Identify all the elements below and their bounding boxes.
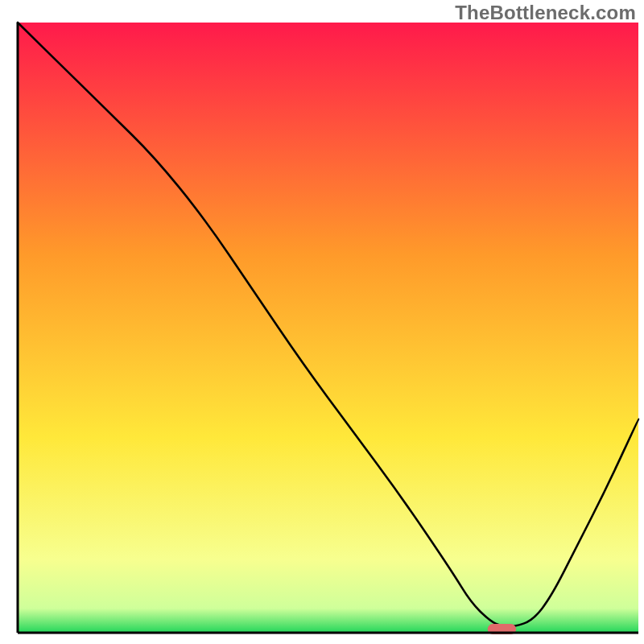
bottleneck-chart (0, 0, 644, 644)
chart-stage: TheBottleneck.com (0, 0, 644, 644)
